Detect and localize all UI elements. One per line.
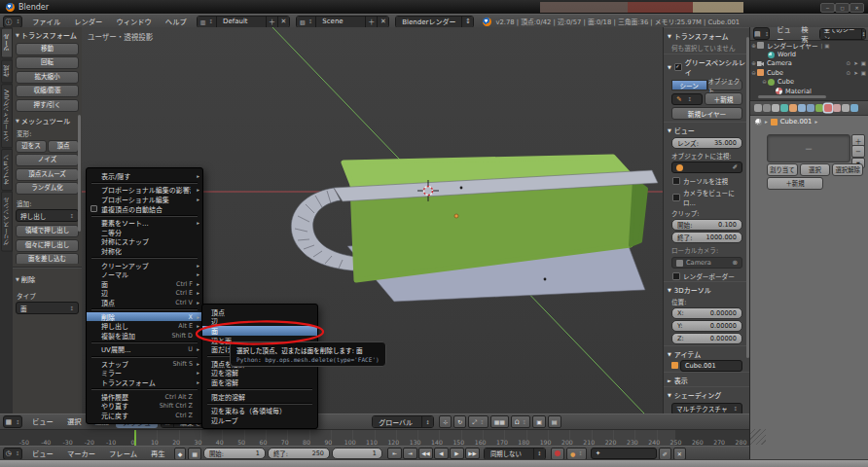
tool-button[interactable]: 頂点 — [48, 140, 79, 153]
delete-scene-button[interactable]: ✕ — [377, 17, 388, 27]
maximize-button[interactable]: ◻ — [835, 3, 850, 13]
tool-button[interactable]: 移動 — [16, 43, 79, 55]
submenu-item[interactable]: 面 — [202, 326, 317, 336]
properties-tab-modifiers[interactable] — [807, 104, 814, 112]
expander-icon[interactable]: ⊖ — [761, 79, 768, 85]
shelf-tab[interactable]: グリースペンシル — [1, 192, 13, 252]
menubar-item[interactable]: ヘルプ — [159, 17, 194, 26]
context-menu-item[interactable]: プロポーショナル編集 ▸ — [87, 195, 202, 204]
gp-new-button[interactable]: ＋ 新規 — [705, 92, 742, 105]
scene-selector[interactable]: ▧↕ Scene ＋ ✕ — [296, 16, 389, 28]
remove-slot-button[interactable]: − — [851, 145, 865, 158]
context-menu-item[interactable]: 二等分 ▸ — [87, 228, 202, 237]
start-frame-field[interactable]: 開始:1 — [203, 448, 266, 459]
properties-tab-physics[interactable] — [850, 104, 858, 112]
outliner-row[interactable]: ⊕ Camera | ▣ ⊙➤▣ — [750, 59, 868, 68]
tool-button[interactable]: 辺をス — [16, 140, 47, 153]
playback-button[interactable]: ◀ — [434, 448, 449, 459]
context-menu-item[interactable]: やり直す Shift Ctrl Z ▸ — [87, 401, 202, 411]
properties-tab-material[interactable] — [824, 104, 832, 112]
panel-header-shading[interactable]: ▼シェーディング — [664, 386, 750, 401]
context-menu-item[interactable]: スナップ Shift S ▸ — [87, 359, 202, 369]
outliner-item-label[interactable]: World — [778, 51, 796, 58]
submenu-item[interactable]: 辺を束ねる（各領域毎） — [202, 406, 317, 415]
context-menu-item[interactable]: トランスフォーム ▸ — [87, 377, 202, 387]
panel-header-mesh-tools[interactable]: ▼メッシュツール — [13, 113, 82, 126]
outliner-item-label[interactable]: Cube — [767, 69, 783, 77]
layers-widget[interactable]: ▦▦ — [490, 415, 509, 428]
tool-button[interactable]: 領域で押し出し — [16, 225, 79, 237]
submenu-item[interactable]: 辺ループ — [202, 415, 317, 425]
panel-header-grease-pencil[interactable]: ▼グリースペンシルレイ — [664, 54, 750, 78]
lock-camera-row[interactable]: カメラをビューにロ... — [672, 188, 741, 207]
current-frame-field[interactable]: 1 — [332, 448, 382, 459]
shading-mode-dropdown[interactable]: マルチテクスチャ↕ — [671, 403, 742, 414]
context-menu-item[interactable]: 重複頂点の自動結合 ▸ — [87, 204, 202, 214]
properties-tab-object[interactable] — [789, 104, 797, 112]
shelf-tab[interactable]: オプション — [1, 149, 13, 191]
submenu-item[interactable]: 面を溶解 — [202, 377, 317, 387]
delete-keyframe-icon[interactable]: ✕ — [673, 448, 686, 460]
context-menu-item[interactable]: ノーマル ▸ — [87, 269, 202, 279]
restriction-icons[interactable]: ⊙➤▣ — [847, 60, 866, 66]
menubar-item[interactable]: レンダー — [67, 17, 109, 26]
outliner-row[interactable]: ⊖ Cube | ▣ ⊙➤▣ — [750, 68, 868, 77]
screen-layout-selector[interactable]: ▥↕ Default ＋ ✕ — [197, 16, 290, 28]
cursor-z-field[interactable]: Z:0.00000 — [671, 333, 742, 344]
properties-tab-render-layers[interactable] — [763, 104, 771, 112]
layout-value[interactable]: Default — [217, 17, 266, 27]
draw-mode-dropdown[interactable]: ✎↕ — [671, 93, 703, 105]
playback-button[interactable]: ◀◀ — [418, 448, 433, 459]
tool-button[interactable]: ランダム化 — [16, 182, 79, 195]
restriction-icons[interactable]: ⊙➤▣ — [847, 70, 866, 76]
grease-pencil-checkbox[interactable] — [674, 63, 682, 71]
keying-set-dropdown[interactable]: ●↕ — [566, 448, 587, 460]
add-layout-button[interactable]: ＋ — [266, 17, 277, 27]
timeline-menu-item[interactable]: マーカー — [60, 449, 102, 458]
tool-button[interactable]: ノイズ — [16, 154, 79, 166]
close-button[interactable]: ✕ — [850, 3, 864, 13]
render-anim-icon[interactable]: ▤ — [548, 415, 561, 428]
tool-button[interactable]: 頂点スムーズ — [16, 168, 79, 181]
context-menu-item[interactable]: 辺 Ctrl E ▸ — [87, 289, 202, 299]
context-menu-item[interactable]: 表示/隠す ▸ — [87, 171, 202, 181]
outliner-row[interactable]: Material | ▣ ⊙➤▣ — [750, 87, 868, 95]
outliner-row[interactable]: ⊕ レンダーレイヤー | ▣ ⊙➤▣ — [750, 41, 868, 50]
shelf-tab[interactable]: ツール — [1, 28, 13, 58]
panel-header-redo[interactable]: ▼削除 — [13, 271, 82, 285]
panel-header-transform[interactable]: ▼トランスフォーム — [13, 27, 82, 41]
playback-button[interactable]: ⇥ — [403, 448, 417, 459]
tool-button[interactable]: 回転 — [16, 56, 79, 69]
submenu-item[interactable]: 限定的溶解 — [202, 392, 317, 402]
context-menu-item[interactable]: 元に戻す Ctrl Z ▸ — [87, 411, 202, 420]
context-menu-item[interactable]: 頂点 Ctrl V ▸ — [87, 298, 202, 307]
manipulator-scale-icon[interactable]: ⤢↕ — [468, 415, 488, 428]
outliner-item-label[interactable]: Camera — [767, 59, 792, 67]
local-camera-field[interactable]: Camera⊗ — [671, 257, 742, 269]
outliner-item-label[interactable]: Material — [785, 88, 812, 95]
outliner-item-label[interactable]: Cube — [778, 78, 794, 86]
sync-dropdown[interactable]: 同期しない↕ — [484, 448, 546, 460]
properties-tab-constraints[interactable] — [798, 104, 806, 112]
menubar-item[interactable]: ファイル — [25, 17, 67, 26]
lock-to-cursor-row[interactable]: カーソルを注視 — [672, 176, 741, 186]
gp-tab[interactable]: シーン — [671, 80, 707, 90]
properties-tab-particles[interactable] — [842, 104, 850, 112]
outliner-row[interactable]: ⊖ Cube | ▣ ⊙➤▣ — [750, 78, 868, 87]
timeline-ruler[interactable]: -50-40-30-20-100102030405060708090100110… — [0, 428, 749, 447]
editor-type-info-icon[interactable]: ⓘ↕ — [3, 16, 22, 28]
context-menu-item[interactable]: UV展開... U ▸ — [87, 345, 202, 355]
deselect-button[interactable]: 選択解除 — [832, 163, 863, 176]
context-menu-item[interactable]: 操作履歴 Ctrl Alt Z ▸ — [87, 392, 202, 402]
cursor-x-field[interactable]: X:0.00000 — [671, 307, 742, 319]
expander-icon[interactable]: ⊕ — [750, 60, 757, 66]
item-name-field[interactable]: Cube.001 — [680, 360, 742, 372]
tool-button[interactable]: 拡大縮小 — [16, 71, 79, 84]
playback-button[interactable]: ⇤ — [387, 448, 402, 459]
panel-header-view[interactable]: ▼ビュー — [664, 122, 750, 136]
context-menu-item[interactable]: 削除 X ▸ — [87, 312, 202, 322]
minimize-button[interactable]: ─ — [820, 3, 835, 13]
tool-button[interactable]: 個々に押し出し — [16, 239, 79, 252]
render-opengl-icon[interactable]: ▣ — [532, 415, 546, 428]
resize-grip[interactable] — [750, 429, 766, 445]
